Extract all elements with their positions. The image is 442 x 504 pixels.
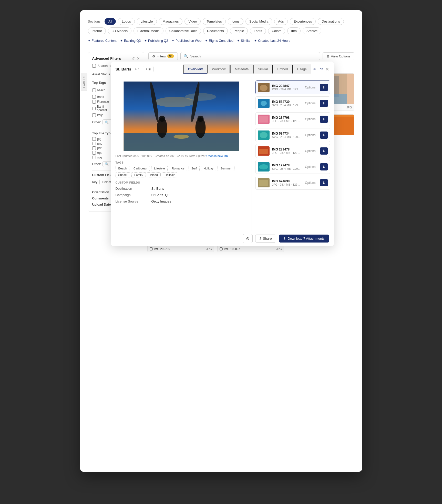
asset-options-btn-584739[interactable]: Options (303, 101, 317, 106)
tag-beach-checkbox[interactable] (92, 88, 96, 92)
section-btn-all[interactable]: All (105, 18, 116, 25)
filter-icon-expiring: ✦ (120, 39, 123, 43)
modal-left-panel: Last updated on 01/10/2019 · Created on … (111, 77, 252, 231)
quick-filter-published-web[interactable]: ✦ Published on Web (172, 39, 201, 43)
modal-tab-overview[interactable]: Overview (183, 65, 207, 74)
asset-info-284798: IMG 284798 JPG · 28.4 MB · 1297 × 531... (272, 116, 301, 123)
labels-tab[interactable]: LABELS (81, 73, 87, 91)
modal-edit-btn[interactable]: ✏ Edit (313, 67, 323, 71)
section-btn-logos[interactable]: Logos (118, 18, 135, 25)
edit-pencil-icon: ✏ (313, 67, 316, 71)
modal-tab-similar[interactable]: Similar (253, 65, 273, 74)
quick-filter-similar[interactable]: ✦ Similar (237, 39, 251, 43)
section-btn-people[interactable]: People (230, 27, 248, 34)
tag-chip-summer[interactable]: Summer (218, 166, 234, 171)
tag-chip-caribbean[interactable]: Caribbean (131, 166, 150, 171)
section-btn-social-media[interactable]: Social Media (245, 18, 272, 25)
modal-tab-usage[interactable]: Usage (293, 65, 312, 74)
asset-options-btn-284798[interactable]: Options (303, 117, 317, 122)
tag-chip-sunset[interactable]: Sunset (116, 172, 130, 177)
modal-right-panel: IMG 293847 PNG · 28.4 MB · 1297 × 531...… (252, 77, 334, 231)
tag-banff-content-checkbox[interactable] (92, 107, 96, 110)
add-icon-box: ⊞ (148, 68, 151, 71)
modal-add-btn[interactable]: + ⊞ (143, 66, 153, 72)
asset-download-btn-293847[interactable]: ⬇ (320, 84, 328, 91)
download-all-button[interactable]: ⬇ Download 7 Attachments (279, 235, 329, 243)
view-options-button[interactable]: ⊞ View Options (323, 52, 354, 60)
file-type-pdf-checkbox[interactable] (92, 146, 96, 150)
asset-download-btn-192478[interactable]: ⬇ (320, 163, 328, 170)
section-btn-3d-models[interactable]: 3D Models (108, 27, 131, 34)
quick-filter-expiring-q3[interactable]: ✦ Expiring Q3 (120, 39, 141, 43)
quick-filter-rights[interactable]: ✦ Rights Controlled (205, 39, 233, 43)
sidebar-refresh-btn[interactable]: ↺ (132, 56, 135, 61)
section-btn-lifestyle[interactable]: Lifestyle (137, 18, 157, 25)
file-type-svg-checkbox[interactable] (92, 156, 96, 159)
file-type-jpg-checkbox[interactable] (92, 137, 96, 141)
asset-download-btn-284798[interactable]: ⬇ (320, 116, 328, 123)
modal-tab-embed[interactable]: Embed (273, 65, 292, 74)
tag-chip-beach[interactable]: Beach (116, 166, 130, 171)
asset-options-btn-584734[interactable]: Options (303, 133, 317, 137)
section-btn-experiences[interactable]: Experiences (290, 18, 316, 25)
tag-chip-romance[interactable]: Romance (169, 166, 187, 171)
asset-name-584739: IMG 584739 (272, 100, 301, 104)
modal-title: St. Barts (116, 67, 131, 71)
tag-italy-checkbox[interactable] (92, 113, 96, 117)
search-input[interactable] (190, 54, 317, 58)
section-btn-info[interactable]: Info (287, 27, 301, 34)
sidebar-title: Advanced Filters ↺ ✕ (92, 56, 140, 61)
section-btn-templates[interactable]: Templates (203, 18, 225, 25)
section-btn-icons[interactable]: Icons (228, 18, 243, 25)
tag-banff-checkbox[interactable] (92, 95, 96, 99)
modal-tab-workflow[interactable]: Workflow (207, 65, 230, 74)
svg-point-31 (260, 85, 268, 91)
section-btn-archive[interactable]: Archive (303, 27, 321, 34)
asset-thumb-284798 (258, 115, 270, 124)
asset-download-btn-584734[interactable]: ⬇ (320, 132, 328, 139)
search-exact-checkbox[interactable] (92, 64, 96, 68)
modal-close-btn[interactable]: ✕ (325, 66, 329, 72)
tag-chip-holiday[interactable]: Holiday (201, 166, 216, 171)
section-btn-magazines[interactable]: Magazines (159, 18, 183, 25)
share-button[interactable]: ⤴ Share (255, 235, 276, 243)
asset-download-btn-674638[interactable]: ⬇ (320, 179, 328, 186)
section-btn-fonts[interactable]: Fonts (250, 27, 266, 34)
footer-settings-btn[interactable]: ⊙ (243, 234, 253, 243)
tag-chip-family[interactable]: Family (131, 172, 146, 177)
tag-chip-holiday2[interactable]: Holiday (162, 172, 177, 177)
file-type-png-checkbox[interactable] (92, 142, 96, 145)
open-in-new-tab-link[interactable]: Open in new tab (206, 154, 228, 157)
quick-filter-featured[interactable]: ✦ Featured Content (88, 39, 117, 43)
sidebar-close-btn[interactable]: ✕ (137, 56, 140, 61)
asset-options-btn-283478[interactable]: Options (303, 149, 317, 153)
tag-chip-lifestyle[interactable]: Lifestyle (151, 166, 168, 171)
tag-florence-checkbox[interactable] (92, 100, 96, 104)
asset-row-293847: IMG 293847 PNG · 28.4 MB · 1297 × 531...… (255, 80, 330, 94)
section-btn-collaborative-docs[interactable]: Collaborative Docs (166, 27, 201, 34)
section-btn-external-media[interactable]: External Media (133, 27, 163, 34)
file-type-eps-checkbox[interactable] (92, 151, 96, 155)
asset-options-btn-293847[interactable]: Options (303, 85, 317, 90)
section-btn-colors[interactable]: Colors (268, 27, 285, 34)
section-btn-ads[interactable]: Ads (274, 18, 287, 25)
asset-meta-674638: JPG · 28.4 MB · 1297 × 531... (272, 183, 301, 186)
asset-options-btn-674638[interactable]: Options (303, 180, 317, 185)
filter-icon-rights: ✦ (205, 39, 208, 43)
other-files-label: Other: (92, 162, 101, 166)
tag-chip-surf[interactable]: Surf (189, 166, 200, 171)
modal-tab-metadata[interactable]: Metadata (230, 65, 253, 74)
sidebar-title-actions: ↺ ✕ (132, 56, 140, 61)
quick-filter-created-24h[interactable]: ✦ Created Last 24 Hours (254, 39, 290, 43)
asset-download-btn-584739[interactable]: ⬇ (320, 100, 328, 107)
section-btn-documents[interactable]: Documents (203, 27, 228, 34)
filters-button[interactable]: ⚙ Filters 38 (148, 52, 178, 60)
section-btn-interior[interactable]: Interior (88, 27, 106, 34)
section-btn-video[interactable]: Video (184, 18, 201, 25)
asset-thumb-584739 (258, 99, 270, 108)
quick-filter-publishing-q2[interactable]: ✦ Publishing Q2 (144, 39, 168, 43)
asset-download-btn-283478[interactable]: ⬇ (320, 147, 328, 155)
tag-chip-island[interactable]: Island (147, 172, 161, 177)
asset-options-btn-192478[interactable]: Options (303, 165, 317, 169)
section-btn-destinations[interactable]: Destinations (318, 18, 344, 25)
